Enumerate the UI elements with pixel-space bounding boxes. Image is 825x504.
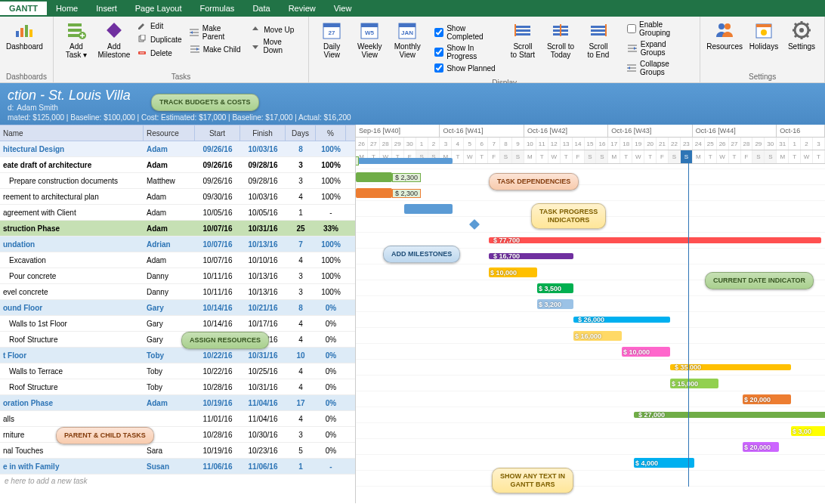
cell-finish[interactable]: 09/28/16 [240,173,286,188]
cell-pct[interactable]: 0% [316,363,346,379]
cell-name[interactable]: reement to architectural plan [0,189,144,204]
task-row[interactable]: hitectural DesignAdam09/26/1610/03/16810… [0,141,355,157]
tab-formulas[interactable]: Formulas [191,2,244,15]
monthly-view-button[interactable]: JANMonthlyView [391,20,424,77]
cell-start[interactable]: 10/28/16 [195,427,240,442]
cell-pct[interactable]: - [316,459,346,474]
task-row[interactable]: reement to architectural planAdam09/30/1… [0,189,355,205]
cell-name[interactable]: Walls to 1st Floor [0,316,144,331]
gantt-bar[interactable]: $ 26,000 [573,317,670,323]
cell-days[interactable]: 10 [286,348,316,363]
cell-days[interactable]: 3 [286,157,316,172]
cell-res[interactable]: Adam [144,252,195,267]
task-row[interactable]: struction PhaseAdam10/07/1610/31/162533% [0,221,355,237]
col-start[interactable]: Start [195,125,240,141]
cell-finish[interactable]: 09/28/16 [240,157,286,172]
cell-start[interactable]: 10/07/16 [195,221,240,236]
task-row[interactable]: Walls to 1st FloorGary10/14/1610/17/1640… [0,316,355,332]
cell-name[interactable]: agreement with Client [0,205,144,220]
tab-insert[interactable]: Insert [87,2,126,15]
col-pct[interactable]: % [316,125,346,141]
cell-days[interactable]: 17 [286,395,316,410]
cell-res[interactable]: Danny [144,268,195,283]
resources-button[interactable]: Resources [706,20,743,51]
cell-pct[interactable]: 0% [316,332,346,347]
cell-days[interactable]: 4 [286,332,316,347]
show-completed-checkbox[interactable]: Show Completed [434,23,502,42]
cell-res[interactable]: Adam [144,157,195,172]
cell-res[interactable]: Toby [144,348,195,363]
show-planned-checkbox[interactable]: Show Planned [434,63,502,73]
cell-name[interactable]: nal Touches [0,443,144,458]
cell-finish[interactable]: 10/03/16 [240,141,286,156]
cell-finish[interactable]: 10/21/16 [240,300,286,315]
tab-view[interactable]: View [325,2,361,15]
cell-name[interactable]: hitectural Design [0,141,144,156]
daily-view-button[interactable]: 27DailyView [315,20,348,77]
cell-pct[interactable]: 0% [316,395,346,410]
expand-groups-button[interactable]: Expand Groups [626,39,694,57]
cell-start[interactable]: 09/26/16 [195,157,240,172]
task-row[interactable]: rniture10/28/1610/30/1630% [0,427,355,443]
cell-finish[interactable]: 10/23/16 [240,443,286,458]
tab-page-layout[interactable]: Page Layout [126,2,191,15]
edit-button[interactable]: Edit [135,20,184,32]
cell-name[interactable]: Prepare construction documents [0,173,144,188]
delete-button[interactable]: Delete [135,47,184,59]
cell-pct[interactable]: 0% [316,427,346,442]
cell-name[interactable]: Roof Structure [0,332,144,347]
make-child-button[interactable]: Make Child [188,43,245,55]
cell-start[interactable]: 10/07/16 [195,252,240,267]
gantt-bar[interactable]: $ 3,200 [537,299,573,309]
gantt-bar[interactable]: $ 3,00 [791,426,825,436]
cell-days[interactable]: 8 [286,300,316,315]
task-row[interactable]: eate draft of architectureAdam09/26/1609… [0,157,355,173]
add-milestone-button[interactable]: AddMilestone [97,20,131,59]
gantt-bar[interactable]: $ 2,300 [356,158,453,164]
cell-days[interactable]: 8 [286,141,316,156]
task-row[interactable]: Pour concreteDanny10/11/1610/13/163100% [0,268,355,284]
cell-start[interactable]: 10/14/16 [195,316,240,331]
cell-finish[interactable]: 10/05/16 [240,205,286,220]
task-row[interactable]: undationAdrian10/07/1610/13/167100% [0,237,355,252]
col-resource[interactable]: Resource [144,125,195,141]
cell-days[interactable]: 4 [286,363,316,379]
cell-pct[interactable]: 100% [316,173,346,188]
cell-finish[interactable]: 10/30/16 [240,427,286,442]
col-name[interactable]: Name [0,125,144,141]
cell-pct[interactable]: 100% [316,268,346,283]
tab-gantt[interactable]: GANTT [0,2,47,15]
gantt-bar[interactable]: $ 20,000 [743,394,791,404]
holidays-button[interactable]: Holidays [747,20,780,51]
cell-start[interactable]: 10/22/16 [195,363,240,379]
cell-pct[interactable]: - [316,205,346,220]
cell-name[interactable]: Roof Structure [0,379,144,394]
cell-start[interactable]: 10/07/16 [195,237,240,252]
cell-finish[interactable]: 10/25/16 [240,363,286,379]
cell-finish[interactable]: 10/31/16 [240,379,286,394]
cell-pct[interactable]: 0% [316,443,346,458]
task-row[interactable]: Walls to TerraceToby10/22/1610/25/1640% [0,363,355,379]
cell-days[interactable]: 1 [286,459,316,474]
cell-finish[interactable]: 10/17/16 [240,316,286,331]
cell-name[interactable]: Excavation [0,252,144,267]
cell-name[interactable]: Pour concrete [0,268,144,283]
cell-finish[interactable]: 10/13/16 [240,237,286,252]
settings-button[interactable]: Settings [785,20,818,51]
cell-days[interactable]: 3 [286,268,316,283]
gantt-bar[interactable] [469,219,480,230]
collapse-groups-button[interactable]: Collapse Groups [626,59,694,77]
cell-start[interactable]: 09/26/16 [195,173,240,188]
cell-days[interactable]: 3 [286,284,316,299]
gantt-bar[interactable]: $ 20,000 [743,442,779,452]
task-row[interactable]: e in with FamilySusan11/06/1611/06/161- [0,459,355,475]
cell-pct[interactable]: 100% [316,237,346,252]
cell-res[interactable]: Adam [144,221,195,236]
cell-res[interactable]: Danny [144,284,195,299]
cell-pct[interactable]: 100% [316,157,346,172]
cell-name[interactable]: evel concrete [0,284,144,299]
cell-res[interactable]: Gary [144,316,195,331]
tab-review[interactable]: Review [280,2,325,15]
cell-days[interactable]: 25 [286,221,316,236]
gantt-bar[interactable] [404,204,453,214]
